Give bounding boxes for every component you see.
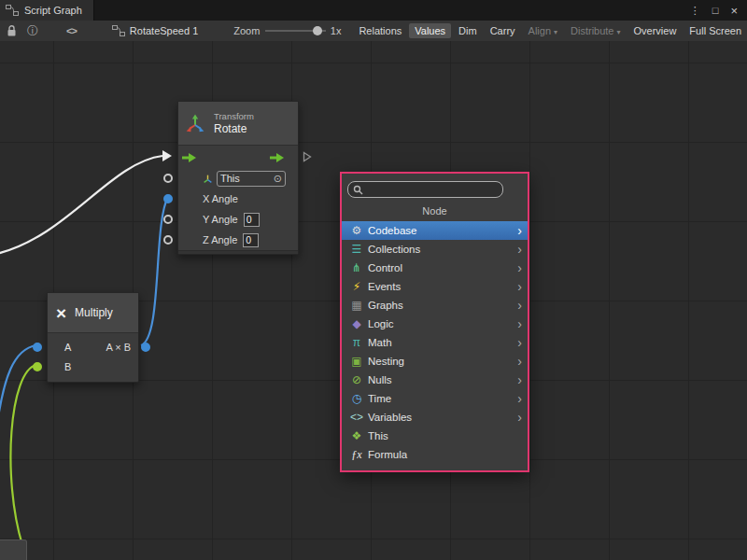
finder-item-variables[interactable]: <> Variables › <box>342 408 528 427</box>
wire-arrowhead <box>162 150 172 161</box>
object-picker-icon[interactable]: ⊙ <box>274 174 282 184</box>
node-finder-panel: Node ⚙ Codebase › ☰ Collections › ⋔ Cont… <box>340 172 529 472</box>
finder-item-label: Control <box>368 262 402 273</box>
finder-item-collections[interactable]: ☰ Collections › <box>342 240 528 259</box>
y-angle-input[interactable]: 0 <box>244 213 260 227</box>
y-angle-row: Y Angle 0 <box>178 209 298 230</box>
finder-item-graphs[interactable]: ▦ Graphs › <box>342 296 528 315</box>
finder-search-field[interactable] <box>347 181 503 198</box>
zoom-slider-knob[interactable] <box>313 26 322 35</box>
finder-search-input[interactable] <box>367 182 498 197</box>
finder-item-control[interactable]: ⋔ Control › <box>342 259 528 277</box>
finder-item-label: Events <box>368 281 401 292</box>
finder-item-time[interactable]: ◷ Time › <box>342 389 528 408</box>
relations-button[interactable]: Relations <box>353 23 407 38</box>
finder-item-label: Variables <box>368 412 412 423</box>
graphs-icon: ▦ <box>349 296 364 315</box>
nesting-icon: ▣ <box>349 352 364 371</box>
finder-item-label: Codebase <box>368 225 416 236</box>
finder-item-label: Math <box>368 337 392 348</box>
axis-icon <box>203 174 213 184</box>
output-port[interactable] <box>141 343 150 352</box>
node-footer <box>178 250 298 254</box>
input-b-port[interactable] <box>33 362 42 371</box>
rotate-node[interactable]: Transform Rotate <box>177 101 299 255</box>
tab-script-graph[interactable]: Script Graph <box>0 0 94 21</box>
maximize-icon[interactable]: □ <box>712 5 719 16</box>
distribute-dropdown[interactable]: Distribute▾ <box>565 23 626 38</box>
variables-icon: <> <box>349 408 364 427</box>
graph-asset-icon <box>112 25 125 36</box>
chevron-right-icon: › <box>517 408 522 427</box>
multiply-node[interactable]: × Multiply A A × B B <box>47 292 139 383</box>
finder-item-label: Nulls <box>368 374 392 385</box>
input-a-port[interactable] <box>33 343 42 352</box>
this-port[interactable] <box>163 174 173 183</box>
finder-item-logic[interactable]: ◆ Logic › <box>342 315 528 333</box>
fullscreen-button[interactable]: Full Screen <box>684 23 747 38</box>
input-a-row: A A × B <box>48 337 138 357</box>
this-icon: ❖ <box>349 427 364 445</box>
z-angle-input[interactable]: 0 <box>243 233 259 247</box>
lock-icon[interactable] <box>7 25 17 37</box>
dim-button[interactable]: Dim <box>453 23 483 38</box>
chevron-right-icon: › <box>517 259 522 277</box>
carry-button[interactable]: Carry <box>485 23 521 38</box>
x-angle-row: X Angle <box>178 189 298 209</box>
values-button[interactable]: Values <box>409 23 451 38</box>
y-angle-port[interactable] <box>163 215 173 224</box>
this-object-label: This <box>220 173 240 184</box>
multiply-node-header[interactable]: × Multiply <box>48 293 138 333</box>
graph-toolbar: ⓘ <> RotateSpeed 1 Zoom 1x Relations Val… <box>0 21 747 42</box>
finder-item-label: Graphs <box>368 300 403 311</box>
graph-breadcrumb[interactable]: RotateSpeed 1 <box>112 25 198 36</box>
this-object-field[interactable]: This ⊙ <box>217 171 286 187</box>
z-angle-port[interactable] <box>163 235 173 245</box>
rotate-node-header[interactable]: Transform Rotate <box>178 102 298 146</box>
partial-node[interactable] <box>0 539 27 560</box>
finder-item-label: Collections <box>368 244 420 255</box>
chevron-right-icon: › <box>517 315 522 333</box>
this-row: This ⊙ <box>178 168 298 189</box>
zoom-slider[interactable] <box>265 25 325 36</box>
nulls-icon: ⊘ <box>349 371 364 389</box>
wire-control-in <box>0 156 162 254</box>
finder-item-label: Formula <box>368 449 407 460</box>
x-angle-port[interactable] <box>163 194 173 203</box>
chevron-right-icon: › <box>517 352 522 371</box>
finder-item-codebase[interactable]: ⚙ Codebase › <box>342 221 528 240</box>
finder-item-nesting[interactable]: ▣ Nesting › <box>342 352 528 371</box>
finder-item-this[interactable]: ❖ This <box>342 427 528 445</box>
finder-item-math[interactable]: π Math › <box>342 333 528 352</box>
rotate-node-body: This ⊙ X Angle Y Angle 0 Z Angle 0 <box>178 146 298 250</box>
close-icon[interactable]: × <box>730 4 738 18</box>
overview-button[interactable]: Overview <box>628 23 683 38</box>
finder-item-nulls[interactable]: ⊘ Nulls › <box>342 371 528 389</box>
window-controls: ⋮ □ × <box>690 4 747 18</box>
control-input-arrow-icon[interactable] <box>182 152 197 163</box>
rotate-node-titles: Transform Rotate <box>214 111 254 135</box>
align-dropdown[interactable]: Align▾ <box>523 23 563 38</box>
z-angle-label: Z Angle <box>203 234 237 245</box>
toolbar-buttons: Relations Values Dim Carry Align▾ Distri… <box>353 23 747 38</box>
z-angle-row: Z Angle 0 <box>178 230 298 250</box>
finder-item-formula[interactable]: ƒx Formula <box>342 445 528 464</box>
node-title: Rotate <box>214 122 254 135</box>
menu-icon[interactable]: ⋮ <box>690 5 700 17</box>
control-row <box>178 147 298 168</box>
control-output-arrow-icon[interactable] <box>270 152 285 163</box>
finder-item-events[interactable]: ⚡ Events › <box>342 277 528 296</box>
transform-icon <box>186 114 204 133</box>
info-icon[interactable]: ⓘ <box>27 23 38 39</box>
finder-header: Node <box>342 204 528 217</box>
input-a-label: A <box>64 342 71 353</box>
chevron-right-icon: › <box>517 221 522 240</box>
control-output-marker-icon <box>303 151 312 164</box>
math-icon: π <box>349 333 364 352</box>
chevron-right-icon: › <box>517 277 522 296</box>
events-icon: ⚡ <box>349 277 364 296</box>
graph-canvas[interactable]: Transform Rotate <box>0 41 747 560</box>
code-view-icon[interactable]: <> <box>66 25 77 36</box>
formula-icon: ƒx <box>349 445 364 464</box>
x-angle-label: X Angle <box>203 193 238 204</box>
